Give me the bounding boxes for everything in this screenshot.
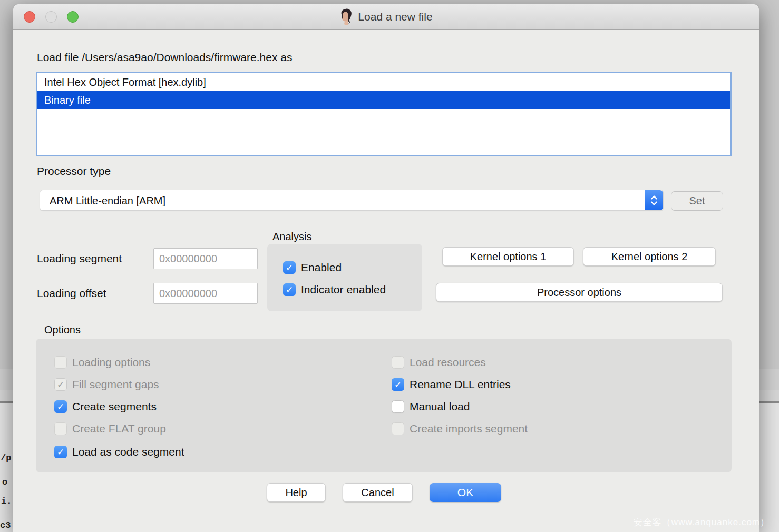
load-file-prompt: Load file /Users/asa9ao/Downloads/firmwa… bbox=[37, 51, 292, 64]
traffic-lights bbox=[24, 11, 79, 23]
watermark-text: 安全客（www.anquanke.com） bbox=[634, 516, 770, 528]
window-title: Load a new file bbox=[358, 11, 432, 23]
chevron-down-icon bbox=[650, 201, 658, 205]
checkbox-label: Create segments bbox=[72, 400, 157, 413]
checkbox-row-analysis-enabled[interactable]: ✓ Enabled bbox=[283, 261, 342, 274]
checkbox-label: Rename DLL entries bbox=[410, 378, 511, 391]
processor-options-button[interactable]: Processor options bbox=[436, 283, 723, 302]
checkbox-icon[interactable]: ✓ bbox=[54, 356, 67, 369]
options-groupbox: ✓ Loading options ✓ Fill segment gaps ✓ … bbox=[36, 339, 732, 472]
checkbox-row-load-as-code-segment[interactable]: ✓ Load as code segment bbox=[54, 445, 184, 459]
checkbox-icon[interactable]: ✓ bbox=[392, 378, 404, 391]
ok-button[interactable]: OK bbox=[430, 483, 501, 502]
kernel-options-1-button[interactable]: Kernel options 1 bbox=[442, 247, 574, 266]
checkbox-row-create-imports-segment[interactable]: ✓ Create imports segment bbox=[392, 422, 528, 436]
load-file-dialog: Load a new file Load file /Users/asa9ao/… bbox=[13, 4, 759, 532]
format-item-intel-hex[interactable]: Intel Hex Object Format [hex.dylib] bbox=[37, 73, 730, 91]
checkbox-label: Loading options bbox=[72, 356, 150, 369]
checkbox-icon[interactable]: ✓ bbox=[392, 356, 404, 369]
checkbox-icon[interactable]: ✓ bbox=[54, 378, 67, 391]
kernel-options-2-button[interactable]: Kernel options 2 bbox=[583, 247, 716, 266]
analysis-groupbox: ✓ Enabled ✓ Indicator enabled bbox=[267, 244, 422, 311]
checkbox-icon[interactable]: ✓ bbox=[392, 422, 404, 435]
checkbox-row-create-segments[interactable]: ✓ Create segments bbox=[54, 400, 157, 413]
help-button[interactable]: Help bbox=[267, 483, 326, 502]
processor-type-label: Processor type bbox=[37, 165, 111, 178]
loading-offset-input[interactable] bbox=[153, 283, 258, 304]
checkbox-row-indicator-enabled[interactable]: ✓ Indicator enabled bbox=[283, 283, 386, 297]
checkbox-icon[interactable]: ✓ bbox=[54, 400, 67, 413]
background-text-fragment: c3 bbox=[0, 520, 11, 530]
zoom-button[interactable] bbox=[67, 11, 79, 23]
checkbox-icon[interactable]: ✓ bbox=[54, 446, 67, 458]
loading-segment-label: Loading segment bbox=[37, 252, 122, 265]
processor-type-combobox[interactable]: ARM Little-endian [ARM] bbox=[40, 190, 664, 211]
checkbox-icon[interactable]: ✓ bbox=[283, 283, 296, 296]
analysis-group-title: Analysis bbox=[272, 231, 311, 243]
checkbox-label: Load resources bbox=[410, 356, 486, 369]
checkbox-label: Manual load bbox=[410, 400, 470, 413]
combobox-stepper[interactable] bbox=[645, 190, 663, 210]
background-text-fragment: i. bbox=[1, 496, 12, 506]
close-button[interactable] bbox=[24, 11, 35, 23]
file-format-list[interactable]: Intel Hex Object Format [hex.dylib] Bina… bbox=[36, 72, 732, 156]
checkbox-row-manual-load[interactable]: ✓ Manual load bbox=[392, 400, 470, 413]
ida-app-icon bbox=[339, 8, 353, 25]
format-item-binary-file[interactable]: Binary file bbox=[37, 91, 730, 109]
checkbox-label: Enabled bbox=[301, 261, 342, 274]
checkbox-label: Create FLAT group bbox=[72, 422, 166, 435]
processor-type-value: ARM Little-endian [ARM] bbox=[50, 190, 165, 211]
checkbox-label: Load as code segment bbox=[72, 446, 184, 458]
minimize-button[interactable] bbox=[45, 11, 57, 23]
checkbox-row-rename-dll-entries[interactable]: ✓ Rename DLL entries bbox=[392, 378, 511, 391]
titlebar[interactable]: Load a new file bbox=[13, 4, 759, 30]
cancel-button[interactable]: Cancel bbox=[343, 483, 413, 502]
checkbox-row-fill-segment-gaps[interactable]: ✓ Fill segment gaps bbox=[54, 378, 159, 391]
checkbox-label: Create imports segment bbox=[410, 422, 528, 435]
set-processor-button[interactable]: Set bbox=[671, 191, 723, 211]
checkbox-row-loading-options[interactable]: ✓ Loading options bbox=[54, 356, 150, 369]
checkbox-label: Fill segment gaps bbox=[72, 378, 159, 391]
checkbox-icon[interactable]: ✓ bbox=[54, 422, 67, 435]
checkbox-icon[interactable]: ✓ bbox=[283, 261, 296, 274]
loading-segment-input[interactable] bbox=[153, 248, 258, 269]
options-group-title: Options bbox=[44, 324, 81, 336]
chevron-up-icon bbox=[650, 195, 658, 200]
background-text-fragment: o bbox=[2, 477, 7, 487]
checkbox-row-create-flat-group[interactable]: ✓ Create FLAT group bbox=[54, 422, 166, 436]
checkbox-icon[interactable]: ✓ bbox=[392, 400, 404, 413]
title-area: Load a new file bbox=[339, 8, 432, 25]
checkbox-row-load-resources[interactable]: ✓ Load resources bbox=[392, 356, 486, 369]
loading-offset-label: Loading offset bbox=[37, 287, 106, 300]
background-text-fragment: /p bbox=[1, 453, 11, 463]
checkbox-label: Indicator enabled bbox=[301, 283, 386, 296]
